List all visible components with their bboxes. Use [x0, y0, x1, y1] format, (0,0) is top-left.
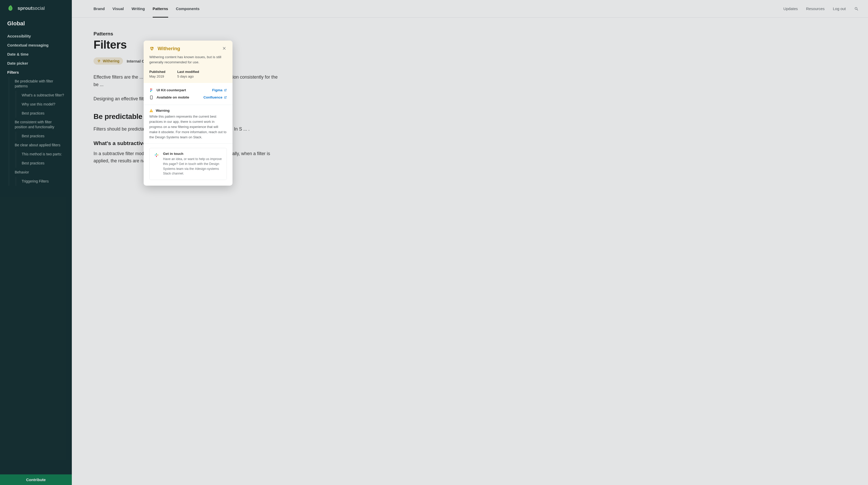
- get-in-touch-body: Have an idea, or want to help us improve…: [163, 157, 222, 176]
- uikit-row: UI Kit counterpart Figma: [149, 87, 227, 94]
- sidebar-item-best-practices-1[interactable]: Best practices: [22, 109, 65, 118]
- tab-components[interactable]: Components: [176, 0, 200, 17]
- popover-description: Withering content has known issues, but …: [149, 55, 227, 65]
- sidebar-item-accessibility[interactable]: Accessibility: [7, 32, 65, 40]
- sidebar-item-subtractive-filter[interactable]: What's a subtractive filter?: [22, 91, 65, 100]
- heartbeat-icon: [149, 46, 154, 51]
- logo[interactable]: sproutsocial: [0, 0, 72, 17]
- sidebar-sublist-clear: This method is two parts: Best practices: [16, 150, 65, 168]
- side-nav: Global Accessibility Contextual messagin…: [0, 17, 72, 475]
- link-resources[interactable]: Resources: [806, 6, 825, 11]
- get-in-touch-title: Get in touch: [163, 152, 222, 155]
- svg-point-4: [150, 88, 151, 89]
- mobile-icon: [149, 95, 153, 99]
- sidebar-item-contextual-messaging[interactable]: Contextual messaging: [7, 40, 65, 50]
- popover-footer: Get in touch Have an idea, or want to he…: [144, 144, 232, 186]
- sidebar-item-two-parts[interactable]: This method is two parts:: [22, 150, 65, 159]
- popover-header: Withering Withering content has known is…: [144, 40, 232, 83]
- modified-value: 5 days ago: [177, 75, 199, 78]
- svg-rect-14: [156, 153, 157, 155]
- svg-point-8: [150, 91, 151, 92]
- mobile-row: Available on mobile Confluence: [149, 94, 227, 101]
- svg-rect-15: [157, 154, 159, 155]
- sidebar-item-date-picker[interactable]: Date picker: [7, 59, 65, 68]
- sidebar-sublist-predictable: What's a subtractive filter? Why use thi…: [16, 91, 65, 118]
- heartbeat-icon: [97, 59, 101, 63]
- slack-icon: [154, 152, 159, 158]
- popover-warning-section: Warning While this pattern represents th…: [144, 105, 232, 144]
- confluence-link-label: Confluence: [203, 95, 222, 99]
- published-value: May 2019: [149, 75, 165, 78]
- topnav: Brand Visual Writing Patterns Components: [94, 0, 199, 17]
- warning-icon: [149, 109, 153, 112]
- sidebar-item-be-consistent[interactable]: Be consistent with filter position and f…: [15, 118, 65, 132]
- logo-text: sproutsocial: [18, 6, 45, 11]
- svg-point-6: [150, 90, 151, 91]
- popover-links-section: UI Kit counterpart Figma Available on mo…: [144, 83, 232, 105]
- tab-writing[interactable]: Writing: [131, 0, 145, 17]
- contribute-button[interactable]: Contribute: [0, 475, 72, 485]
- status-badge-withering[interactable]: Withering: [94, 57, 123, 65]
- search-icon[interactable]: [854, 6, 859, 11]
- sidebar-sublist-behavior: Triggering Filters: [16, 177, 65, 186]
- sidebar-item-be-predictable[interactable]: Be predictable with filter patterns: [15, 77, 65, 91]
- sidebar-item-why-model[interactable]: Why use this model?: [22, 100, 65, 109]
- warning-body: While this pattern represents the curren…: [149, 114, 227, 140]
- topbar: Brand Visual Writing Patterns Components…: [72, 0, 868, 18]
- sidebar-item-be-clear[interactable]: Be clear about applied filters: [15, 141, 65, 150]
- sidebar-item-filters[interactable]: Filters: [7, 68, 65, 77]
- sidebar-sublist-filters: Be predictable with filter patterns What…: [9, 77, 65, 186]
- published-label: Published: [149, 70, 165, 74]
- sidebar-sublist-consistent: Best practices: [16, 132, 65, 141]
- tab-visual[interactable]: Visual: [113, 0, 124, 17]
- sidebar-item-triggering-filters[interactable]: Triggering Filters: [22, 177, 65, 186]
- link-updates[interactable]: Updates: [783, 6, 798, 11]
- warning-label: Warning: [156, 109, 170, 112]
- eyebrow: Patterns: [94, 31, 280, 37]
- svg-rect-13: [155, 154, 156, 155]
- figma-link-label: Figma: [212, 88, 222, 92]
- sidebar-item-best-practices-2[interactable]: Best practices: [22, 132, 65, 141]
- popover-title: Withering: [158, 46, 219, 52]
- status-badge-label: Withering: [103, 59, 119, 63]
- sidebar: sproutsocial Global Accessibility Contex…: [0, 0, 72, 485]
- close-icon[interactable]: [222, 46, 227, 51]
- modified-label: Last modified: [177, 70, 199, 74]
- withering-popover: Withering Withering content has known is…: [144, 40, 232, 186]
- figma-link[interactable]: Figma: [212, 88, 227, 92]
- side-section-title: Global: [7, 20, 65, 27]
- tab-brand[interactable]: Brand: [94, 0, 104, 17]
- get-in-touch-box[interactable]: Get in touch Have an idea, or want to he…: [149, 148, 227, 180]
- svg-point-5: [151, 88, 152, 89]
- popover-meta: Published May 2019 Last modified 5 days …: [149, 70, 227, 78]
- leaf-icon: [7, 5, 14, 12]
- external-link-icon: [224, 89, 227, 91]
- meta-internal: Internal O: [127, 59, 145, 63]
- sidebar-item-date-time[interactable]: Date & time: [7, 50, 65, 59]
- uikit-label: UI Kit counterpart: [157, 88, 209, 92]
- mobile-label: Available on mobile: [157, 95, 200, 99]
- svg-point-0: [855, 7, 857, 9]
- tab-patterns[interactable]: Patterns: [153, 0, 168, 17]
- svg-point-7: [151, 90, 152, 91]
- svg-line-1: [857, 9, 858, 10]
- external-link-icon: [224, 96, 227, 99]
- confluence-link[interactable]: Confluence: [203, 95, 227, 99]
- sidebar-item-best-practices-3[interactable]: Best practices: [22, 159, 65, 168]
- figma-icon: [149, 88, 153, 92]
- svg-rect-16: [156, 155, 157, 157]
- link-logout[interactable]: Log out: [833, 6, 846, 11]
- sidebar-item-behavior[interactable]: Behavior: [15, 168, 65, 177]
